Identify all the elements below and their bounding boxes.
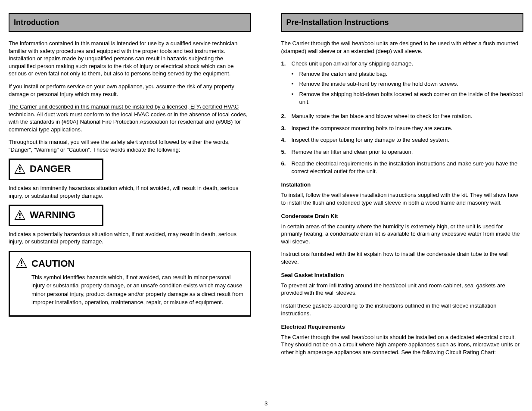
installation-paragraph: To install, follow the wall sleeve insta… xyxy=(281,191,524,206)
intro-paragraph-1: The information contained in this manual… xyxy=(9,40,251,78)
subhead-seal-gasket: Seal Gasket Installation xyxy=(281,271,524,279)
right-column: Pre-Installation Instructions The Carrie… xyxy=(281,13,524,361)
danger-box: DANGER xyxy=(9,159,103,180)
caution-label: CAUTION xyxy=(31,256,244,271)
svg-rect-5 xyxy=(21,265,22,266)
svg-rect-3 xyxy=(19,217,21,218)
intro-paragraph-3-cont: All duct work must conform to the local … xyxy=(9,111,248,133)
seal-paragraph-1: To prevent air from infiltrating around … xyxy=(281,282,524,297)
danger-description: Indicates an imminently hazardous situat… xyxy=(9,184,251,199)
warning-description: Indicates a potentially hazardous situat… xyxy=(9,230,251,246)
condensate-paragraph-1: In certain areas of the country where th… xyxy=(281,223,524,246)
electrical-paragraph: The Carrier through the wall heat/cool u… xyxy=(281,333,524,356)
svg-rect-4 xyxy=(21,261,22,264)
step-1-bullets: Remove the carton and plastic bag. Remov… xyxy=(292,70,524,106)
step-3: Inspect the compressor mounting bolts to… xyxy=(281,125,524,132)
svg-rect-2 xyxy=(19,213,21,216)
alert-icon xyxy=(14,164,25,176)
step-1-bullet-3: Remove the shipping hold-down bolts loca… xyxy=(292,90,524,106)
intro-paragraph-2: If you install or perform service on you… xyxy=(9,83,251,98)
step-4: Inspect the copper tubing for any damage… xyxy=(281,136,524,144)
intro-paragraph-4: Throughout this manual, you will see the… xyxy=(9,138,251,153)
warning-box: WARNING xyxy=(9,205,103,226)
subhead-installation: Installation xyxy=(281,181,524,189)
left-column: Introduction The information contained i… xyxy=(9,13,251,361)
alert-icon xyxy=(16,258,27,270)
intro-paragraph-3: The Carrier unit described in this manua… xyxy=(9,103,251,133)
step-2: Manually rotate the fan blade and blower… xyxy=(281,112,524,120)
step-1-bullet-2: Remove the inside sub-front by removing … xyxy=(292,80,524,88)
page-number: 3 xyxy=(0,400,532,408)
subhead-electrical: Electrical Requirements xyxy=(281,323,524,331)
step-6: Read the electrical requirements in the … xyxy=(281,160,524,175)
condensate-paragraph-2: Instructions furnished with the kit expl… xyxy=(281,250,524,265)
alert-icon xyxy=(14,210,25,222)
danger-label: DANGER xyxy=(30,162,71,175)
section-heading-preinstall: Pre-Installation Instructions xyxy=(281,13,524,32)
caution-body: CAUTION This symbol identifies hazards w… xyxy=(31,256,244,307)
step-1-bullet-1: Remove the carton and plastic bag. xyxy=(292,70,524,78)
seal-paragraph-2: Install these gaskets according to the i… xyxy=(281,302,524,317)
numbered-steps: Check unit upon arrival for any shipping… xyxy=(281,60,524,175)
subhead-condensate: Condensate Drain Kit xyxy=(281,212,524,220)
caution-box: CAUTION This symbol identifies hazards w… xyxy=(9,251,251,317)
step-5: Remove the air filter and clean prior to… xyxy=(281,148,524,156)
warning-label: WARNING xyxy=(30,209,75,221)
step-1: Check unit upon arrival for any shipping… xyxy=(281,60,524,108)
step-1-text: Check unit upon arrival for any shipping… xyxy=(292,60,414,67)
svg-rect-0 xyxy=(19,167,21,170)
section-heading-introduction: Introduction xyxy=(9,13,251,32)
preinstall-paragraph: The Carrier through the wall heat/cool u… xyxy=(281,40,524,55)
caution-text: This symbol identifies hazards which, if… xyxy=(31,273,244,307)
svg-rect-1 xyxy=(19,171,21,172)
